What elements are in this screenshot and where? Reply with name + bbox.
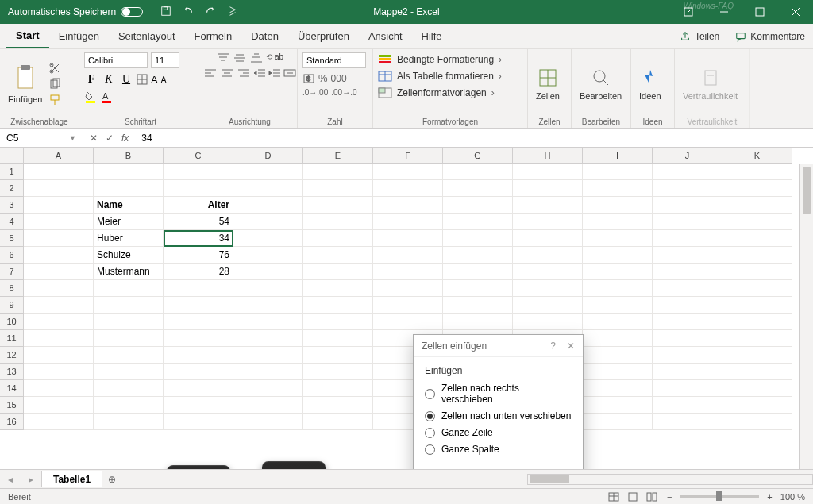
cell-J8[interactable] bbox=[653, 280, 722, 297]
cell-H8[interactable] bbox=[513, 280, 583, 297]
fill-color-icon[interactable] bbox=[84, 90, 97, 103]
cell-H5[interactable] bbox=[513, 230, 583, 247]
row-header[interactable]: 2 bbox=[0, 180, 24, 197]
autosave-switch[interactable] bbox=[121, 7, 143, 17]
cell-I12[interactable] bbox=[583, 347, 653, 364]
cell-H6[interactable] bbox=[513, 247, 583, 264]
cell-E14[interactable] bbox=[303, 380, 373, 397]
tab-hilfe[interactable]: Hilfe bbox=[412, 24, 452, 48]
cell-K5[interactable] bbox=[722, 230, 792, 247]
font-name-combo[interactable]: Calibri bbox=[84, 52, 148, 68]
decrease-indent-icon[interactable] bbox=[253, 67, 266, 79]
cell-A8[interactable] bbox=[24, 280, 94, 297]
column-header[interactable]: K bbox=[722, 148, 792, 164]
underline-button[interactable]: U bbox=[119, 73, 133, 86]
maximize-icon[interactable] bbox=[742, 0, 777, 24]
cell-B13[interactable] bbox=[94, 364, 164, 380]
tab-einfuegen[interactable]: Einfügen bbox=[49, 24, 109, 48]
cell-J6[interactable] bbox=[653, 247, 722, 264]
cell-E4[interactable] bbox=[303, 214, 373, 230]
cell-E12[interactable] bbox=[303, 347, 373, 364]
sheet-tab[interactable]: Tabelle1 bbox=[41, 471, 102, 487]
cell-A5[interactable] bbox=[24, 230, 94, 247]
cell-J1[interactable] bbox=[653, 164, 722, 180]
minimize-icon[interactable] bbox=[706, 0, 742, 24]
cell-E15[interactable] bbox=[303, 397, 373, 414]
cell-K2[interactable] bbox=[722, 180, 792, 197]
cell-K10[interactable] bbox=[722, 314, 792, 330]
add-sheet-icon[interactable]: ⊕ bbox=[102, 474, 121, 485]
row-header[interactable]: 15 bbox=[0, 397, 24, 414]
cell-K7[interactable] bbox=[722, 264, 792, 280]
tab-seitenlayout[interactable]: Seitenlayout bbox=[109, 24, 185, 48]
row-header[interactable]: 3 bbox=[0, 197, 24, 214]
comments-button[interactable]: Kommentare bbox=[727, 31, 813, 42]
tab-start[interactable]: Start bbox=[6, 24, 49, 48]
horizontal-scrollbar[interactable] bbox=[527, 474, 813, 485]
tab-ueberpruefen[interactable]: Überprüfen bbox=[288, 24, 359, 48]
cell-D11[interactable] bbox=[233, 330, 303, 347]
row-header[interactable]: 7 bbox=[0, 264, 24, 280]
copy-icon[interactable] bbox=[48, 78, 61, 90]
align-bottom-icon[interactable] bbox=[249, 52, 264, 63]
cell-K6[interactable] bbox=[722, 247, 792, 264]
cell-E11[interactable] bbox=[303, 330, 373, 347]
cell-G6[interactable] bbox=[443, 247, 513, 264]
cell-C9[interactable] bbox=[164, 297, 233, 314]
cell-E13[interactable] bbox=[303, 364, 373, 380]
cell-B3[interactable]: Name bbox=[94, 197, 164, 214]
redo-icon[interactable] bbox=[205, 6, 216, 19]
cell-I7[interactable] bbox=[583, 264, 653, 280]
cell-J4[interactable] bbox=[653, 214, 722, 230]
column-header[interactable]: J bbox=[653, 148, 722, 164]
cell-C7[interactable]: 28 bbox=[164, 264, 233, 280]
cell-B11[interactable] bbox=[94, 330, 164, 347]
cell-F10[interactable] bbox=[373, 314, 443, 330]
row-header[interactable]: 13 bbox=[0, 364, 24, 380]
autosave-toggle[interactable]: Automatisches Speichern bbox=[0, 6, 151, 17]
cell-H1[interactable] bbox=[513, 164, 583, 180]
cell-C15[interactable] bbox=[164, 397, 233, 414]
normal-view-icon[interactable] bbox=[605, 491, 622, 503]
italic-button[interactable]: K bbox=[102, 73, 116, 86]
cell-A10[interactable] bbox=[24, 314, 94, 330]
cell-E1[interactable] bbox=[303, 164, 373, 180]
cell-B2[interactable] bbox=[94, 180, 164, 197]
cell-C14[interactable] bbox=[164, 380, 233, 397]
wrap-text-icon[interactable]: ab bbox=[275, 52, 283, 63]
column-header[interactable]: A bbox=[24, 148, 94, 164]
align-left-icon[interactable] bbox=[203, 67, 218, 79]
cell-D15[interactable] bbox=[233, 397, 303, 414]
cell-G1[interactable] bbox=[443, 164, 513, 180]
cell-J7[interactable] bbox=[653, 264, 722, 280]
cell-K3[interactable] bbox=[722, 197, 792, 214]
cell-D12[interactable] bbox=[233, 347, 303, 364]
cell-F2[interactable] bbox=[373, 180, 443, 197]
cell-K4[interactable] bbox=[722, 214, 792, 230]
cell-G8[interactable] bbox=[443, 280, 513, 297]
row-header[interactable]: 4 bbox=[0, 214, 24, 230]
cell-C1[interactable] bbox=[164, 164, 233, 180]
cell-K13[interactable] bbox=[722, 364, 792, 380]
cut-icon[interactable] bbox=[48, 62, 61, 75]
sheet-nav-next-icon[interactable]: ▸ bbox=[21, 474, 41, 485]
radio-shift-right[interactable]: Zellen nach rechts verschieben bbox=[425, 383, 572, 405]
undo-icon[interactable] bbox=[183, 6, 194, 19]
cell-F3[interactable] bbox=[373, 197, 443, 214]
row-header[interactable]: 14 bbox=[0, 380, 24, 397]
cell-D8[interactable] bbox=[233, 280, 303, 297]
save-icon[interactable] bbox=[160, 6, 171, 19]
row-header[interactable]: 16 bbox=[0, 414, 24, 430]
row-header[interactable]: 12 bbox=[0, 347, 24, 364]
cell-B7[interactable]: Mustermann bbox=[94, 264, 164, 280]
ideas-button[interactable]: Ideen bbox=[636, 67, 665, 101]
row-header[interactable]: 9 bbox=[0, 297, 24, 314]
cell-E2[interactable] bbox=[303, 180, 373, 197]
cell-J14[interactable] bbox=[653, 380, 722, 397]
bold-button[interactable]: F bbox=[84, 73, 98, 86]
accounting-format-icon[interactable]: $ bbox=[302, 73, 315, 84]
cell-I10[interactable] bbox=[583, 314, 653, 330]
dialog-help-icon[interactable]: ? bbox=[550, 340, 556, 352]
cell-A9[interactable] bbox=[24, 297, 94, 314]
cell-I8[interactable] bbox=[583, 280, 653, 297]
